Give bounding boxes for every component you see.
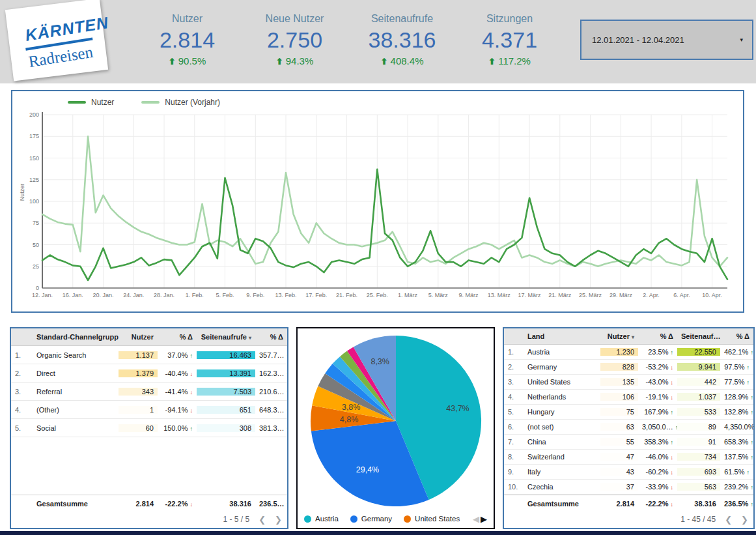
delta-cell: -41.4% ↓: [158, 388, 197, 396]
nutzer-cell: 75: [600, 408, 638, 416]
column-header[interactable]: % Δ: [255, 333, 287, 341]
column-header[interactable]: Seitenauf…: [677, 332, 720, 340]
nutzer-cell: 60: [119, 424, 158, 432]
svg-text:25. Feb.: 25. Feb.: [367, 292, 388, 298]
table-row: 8. Switzerland 47 -46.0% ↓ 734 137.5% ↑: [504, 450, 753, 465]
table-row: 2. Direct 1.379 -40.4% ↓ 13.391 162.3… ↑: [11, 364, 287, 383]
table-row: 2. Germany 828 -53.2% ↓ 9.941 97.5% ↑: [504, 360, 753, 375]
column-header[interactable]: Nutzer▾: [600, 332, 638, 340]
row-number: 4.: [504, 393, 524, 401]
svg-text:1. Feb.: 1. Feb.: [186, 292, 204, 298]
delta-up-icon: ↑: [747, 379, 750, 386]
logo: KÄRNTEN Radreisen: [5, 0, 108, 81]
channels-table-header: Standard-Channelgruppie…Nutzer% ΔSeitena…: [11, 328, 287, 346]
row-label: Czechia: [524, 483, 600, 491]
scorecard: Neue Nutzer 2.750 ⬆ 94.3%: [241, 12, 348, 77]
delta-cell: 239.2% ↑: [720, 483, 753, 491]
delta-cell: -94.1% ↓: [158, 406, 197, 414]
page-prev-icon[interactable]: ❮: [259, 515, 266, 525]
timeseries-panel: Nutzer Nutzer (Vorjahr) Nutzer 025507510…: [11, 90, 744, 313]
row-number: 3.: [11, 388, 33, 396]
delta-up-icon: ↑: [750, 439, 753, 446]
nutzer-cell: 135: [600, 378, 638, 386]
delta-up-icon: ↑: [287, 407, 287, 414]
pie-legend-item[interactable]: Germany: [350, 515, 392, 523]
svg-text:5. Feb.: 5. Feb.: [216, 292, 234, 298]
seitenaufrufe-cell: 89: [677, 423, 720, 431]
table-row: 7. China 55 358.3% ↑ 91 658.3% ↑: [504, 435, 753, 450]
page-prev-icon[interactable]: ❮: [725, 515, 732, 525]
scorecard-label: Seitenaufrufe: [348, 13, 456, 25]
channels-table-body: 1. Organic Search 1.137 37.0% ↑ 16.463 3…: [11, 346, 287, 437]
column-header[interactable]: Seitenaufrufe▾: [197, 333, 255, 341]
seitenaufrufe-cell: 16.463: [197, 351, 255, 359]
delta-down-icon: ↓: [190, 407, 193, 414]
delta-cell: 4,350.0% ↑: [720, 423, 753, 431]
delta-down-icon: ↓: [671, 364, 674, 371]
nutzer-cell: 1: [119, 406, 158, 414]
footer-delta: 236.5… ↑: [255, 500, 287, 508]
column-header[interactable]: % Δ: [638, 332, 677, 340]
scorecard: Seitenaufrufe 38.316 ⬆ 408.4%: [348, 12, 456, 77]
legend-label: United States: [415, 515, 460, 523]
pie-slice-label: 3,8%: [342, 403, 361, 412]
svg-text:2. Apr.: 2. Apr.: [643, 292, 660, 298]
row-label: United States: [524, 378, 600, 386]
footer-delta: -22.2% ↓: [158, 500, 197, 508]
delta-up-icon: ↑: [671, 409, 674, 416]
row-number: 8.: [504, 453, 524, 461]
pagination-text: 1 - 45 / 45: [680, 515, 716, 524]
row-label: Germany: [524, 363, 600, 371]
table-row: 4. (Other) 1 -94.1% ↓ 651 648.3… ↑: [11, 401, 287, 419]
date-range-control[interactable]: 12.01.2021 - 12.04.2021 ▾: [580, 20, 753, 60]
legend-next-icon[interactable]: ▶: [481, 514, 487, 524]
pie-slice-label: 29,4%: [356, 465, 379, 474]
svg-text:6. Apr.: 6. Apr.: [673, 292, 690, 298]
column-header[interactable]: % Δ: [720, 332, 753, 340]
page-next-icon[interactable]: ❯: [275, 515, 282, 525]
pie-legend-item[interactable]: United States: [404, 515, 460, 523]
table-row: 5. Hungary 75 167.9% ↑ 533 132.8% ↑: [504, 405, 753, 420]
nutzer-cell: 37: [600, 483, 638, 491]
delta-cell: 167.9% ↑: [638, 408, 677, 416]
seitenaufrufe-cell: 13.391: [197, 369, 255, 377]
svg-text:9. März: 9. März: [459, 292, 479, 298]
row-label: Referral: [33, 388, 119, 396]
countries-table-panel: LandNutzer▾% ΔSeitenauf…% Δ 1. Austria 1…: [503, 327, 755, 529]
delta-down-icon: ↓: [671, 394, 674, 401]
row-label: Social: [33, 424, 119, 432]
column-header[interactable]: Nutzer: [119, 333, 158, 341]
footer-delta: 236.5% ↑: [720, 500, 753, 508]
footer-label: Gesamtsumme: [33, 500, 119, 508]
column-header[interactable]: Land: [524, 332, 600, 340]
svg-text:28. Jan.: 28. Jan.: [154, 292, 175, 298]
legend-item[interactable]: Nutzer (Vorjahr): [141, 98, 220, 107]
sort-caret-icon: ▾: [249, 335, 251, 341]
delta-down-icon: ↓: [190, 371, 193, 377]
column-header[interactable]: % Δ: [158, 333, 197, 341]
nutzer-cell: 1.230: [600, 348, 638, 356]
timeseries-svg[interactable]: 025507510012515017520012. Jan.16. Jan.20…: [19, 111, 735, 306]
delta-up-icon: ⬆: [381, 57, 388, 66]
pie-legend-pager: ◀ ▶: [473, 514, 487, 524]
delta-cell: 648.3… ↑: [255, 406, 287, 414]
page-next-icon[interactable]: ❯: [741, 515, 748, 525]
legend-prev-icon[interactable]: ◀: [473, 514, 479, 524]
bottom-strip: [0, 531, 756, 535]
pie-slice-label: 8,3%: [371, 357, 389, 366]
delta-up-icon: ⬆: [169, 57, 176, 66]
delta-cell: 61.5% ↑: [720, 468, 753, 476]
legend-label: Nutzer: [91, 98, 114, 107]
pie-svg[interactable]: 43,7%29,4%4,8%3,8%8,3%: [298, 331, 494, 508]
nutzer-cell: 1.137: [119, 351, 158, 359]
legend-item[interactable]: Nutzer: [68, 98, 114, 107]
pie-legend-item[interactable]: Austria: [304, 515, 339, 523]
pagination-text: 1 - 5 / 5: [223, 515, 250, 524]
svg-text:200: 200: [29, 111, 39, 118]
delta-down-icon: ↓: [671, 469, 674, 476]
column-header[interactable]: Standard-Channelgruppie…: [33, 333, 119, 341]
row-number: 5.: [504, 408, 524, 416]
scorecard-label: Nutzer: [133, 13, 241, 25]
delta-up-icon: ↑: [190, 353, 193, 359]
delta-cell: 23.5% ↑: [638, 348, 677, 356]
